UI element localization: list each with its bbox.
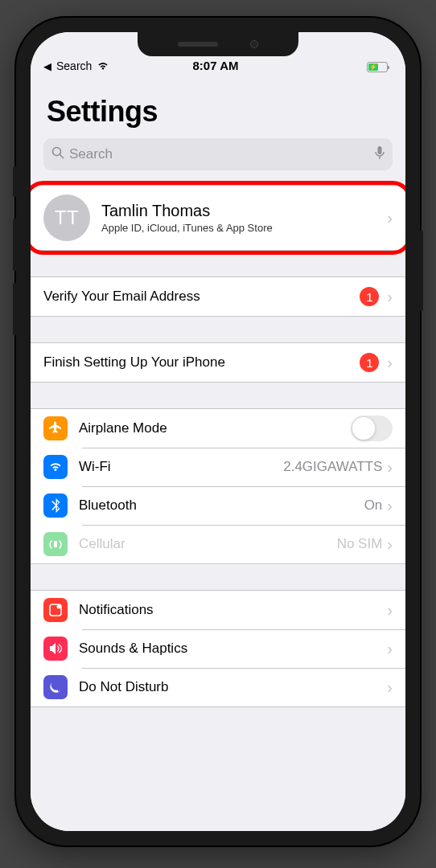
verify-email-row[interactable]: Verify Your Email Address 1 ›	[31, 277, 405, 316]
volume-up-button	[13, 219, 16, 271]
badge: 1	[360, 287, 379, 306]
notch	[138, 32, 298, 56]
bluetooth-value: On	[364, 497, 383, 514]
profile-name: Tamlin Thomas	[101, 202, 387, 220]
battery-icon: ⚡	[367, 62, 388, 72]
chevron-right-icon: ›	[387, 354, 393, 372]
verify-email-section: Verify Your Email Address 1 ›	[31, 276, 405, 317]
finish-setup-section: Finish Setting Up Your iPhone 1 ›	[31, 342, 405, 383]
bluetooth-label: Bluetooth	[79, 497, 364, 514]
svg-rect-4	[54, 541, 57, 547]
chevron-right-icon: ›	[387, 601, 393, 620]
screen: ◀ Search 8:07 AM ⚡ Settings	[31, 32, 405, 831]
volume-down-button	[13, 283, 16, 335]
badge: 1	[360, 353, 379, 372]
chevron-right-icon: ›	[387, 640, 393, 658]
airplane-toggle[interactable]	[351, 416, 393, 441]
chevron-right-icon: ›	[387, 678, 393, 697]
chevron-right-icon: ›	[387, 458, 393, 477]
sounds-row[interactable]: Sounds & Haptics ›	[31, 629, 405, 668]
dnd-icon	[43, 675, 68, 699]
finish-setup-row[interactable]: Finish Setting Up Your iPhone 1 ›	[31, 343, 405, 382]
svg-point-6	[57, 605, 61, 609]
page-title: Settings	[31, 76, 405, 135]
wifi-icon	[97, 61, 109, 71]
cellular-value: No SIM	[337, 536, 383, 552]
cellular-label: Cellular	[79, 536, 337, 552]
general-section: Notifications › Sounds & Haptics › Do No…	[31, 590, 405, 707]
phone-frame: ◀ Search 8:07 AM ⚡ Settings	[16, 18, 420, 845]
speaker	[178, 42, 218, 47]
airplane-mode-row[interactable]: Airplane Mode	[31, 409, 405, 448]
svg-rect-2	[378, 146, 382, 154]
settings-content[interactable]: Settings TT Tamlin Thomas Apple ID, iClo…	[31, 76, 405, 831]
search-input[interactable]	[69, 146, 375, 162]
finish-setup-label: Finish Setting Up Your iPhone	[43, 354, 360, 371]
profile-subtitle: Apple ID, iCloud, iTunes & App Store	[101, 222, 387, 234]
front-camera	[250, 40, 258, 48]
airplane-icon	[43, 416, 68, 440]
wifi-settings-icon	[43, 455, 68, 479]
profile-section: TT Tamlin Thomas Apple ID, iCloud, iTune…	[31, 185, 405, 251]
sounds-label: Sounds & Haptics	[79, 641, 387, 657]
cellular-icon	[43, 532, 68, 556]
search-box[interactable]	[43, 138, 393, 170]
back-arrow-icon[interactable]: ◀	[43, 60, 51, 72]
dnd-label: Do Not Disturb	[79, 679, 387, 695]
wifi-value: 2.4GIGAWATTS	[283, 459, 382, 475]
verify-email-label: Verify Your Email Address	[43, 289, 360, 305]
bluetooth-icon	[43, 493, 68, 518]
svg-line-1	[60, 154, 64, 158]
status-time: 8:07 AM	[158, 59, 274, 72]
microphone-icon[interactable]	[375, 145, 385, 164]
power-button	[420, 231, 423, 311]
mute-switch	[13, 166, 16, 197]
sounds-icon	[43, 637, 68, 661]
airplane-label: Airplane Mode	[79, 420, 351, 436]
chevron-right-icon: ›	[387, 288, 393, 306]
avatar: TT	[43, 194, 90, 241]
search-icon	[51, 146, 64, 163]
cellular-row[interactable]: Cellular No SIM ›	[31, 525, 405, 563]
dnd-row[interactable]: Do Not Disturb ›	[31, 668, 405, 706]
notifications-label: Notifications	[79, 602, 387, 618]
status-back-label[interactable]: Search	[56, 59, 92, 72]
chevron-right-icon: ›	[387, 535, 393, 554]
wifi-label: Wi-Fi	[79, 459, 283, 475]
chevron-right-icon: ›	[387, 209, 393, 227]
notifications-row[interactable]: Notifications ›	[31, 591, 405, 629]
apple-id-row[interactable]: TT Tamlin Thomas Apple ID, iCloud, iTune…	[31, 186, 405, 250]
bluetooth-row[interactable]: Bluetooth On ›	[31, 486, 405, 525]
network-section: Airplane Mode Wi-Fi 2.4GIGAWATTS › Bluet…	[31, 408, 405, 564]
notifications-icon	[43, 598, 68, 622]
wifi-row[interactable]: Wi-Fi 2.4GIGAWATTS ›	[31, 448, 405, 486]
chevron-right-icon: ›	[387, 497, 393, 515]
